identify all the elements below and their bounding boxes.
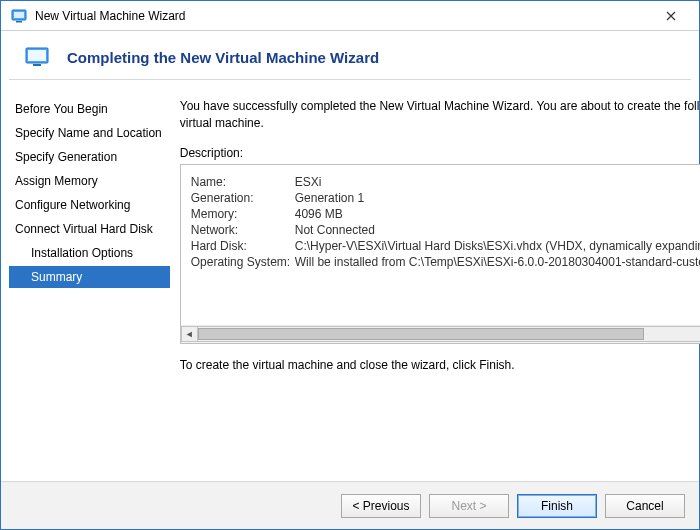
scroll-track[interactable] [198,326,700,342]
summary-box: Name:ESXiGeneration:Generation 1Memory:4… [180,164,700,344]
sidebar-step-0[interactable]: Before You Begin [9,98,170,120]
summary-value: Generation 1 [295,191,700,205]
close-button[interactable] [649,2,693,30]
sidebar-step-6[interactable]: Installation Options [9,242,170,264]
summary-key: Hard Disk: [191,239,295,253]
summary-row: Generation:Generation 1 [191,191,700,205]
next-button[interactable]: Next > [429,494,509,518]
intro-text: You have successfully completed the New … [180,98,700,132]
finish-note: To create the virtual machine and close … [180,358,700,372]
summary-key: Memory: [191,207,295,221]
wizard-icon [25,45,49,69]
finish-button[interactable]: Finish [517,494,597,518]
summary-row: Operating System:Will be installed from … [191,255,700,269]
previous-button[interactable]: < Previous [341,494,421,518]
summary-row: Name:ESXi [191,175,700,189]
wizard-window: New Virtual Machine Wizard Completing th… [0,0,700,530]
summary-value: Will be installed from C:\Temp\ESXi\ESXi… [295,255,700,269]
svg-rect-1 [14,12,24,18]
summary-row: Network:Not Connected [191,223,700,237]
scroll-thumb[interactable] [198,328,645,340]
summary-key: Network: [191,223,295,237]
summary-value: Not Connected [295,223,700,237]
summary-value: C:\Hyper-V\ESXi\Virtual Hard Disks\ESXi.… [295,239,700,253]
summary-key: Operating System: [191,255,295,269]
titlebar: New Virtual Machine Wizard [1,1,699,31]
summary-grid: Name:ESXiGeneration:Generation 1Memory:4… [181,175,700,271]
svg-rect-2 [16,21,22,23]
page-title: Completing the New Virtual Machine Wizar… [67,49,379,66]
description-label: Description: [180,146,700,160]
summary-key: Generation: [191,191,295,205]
sidebar-step-1[interactable]: Specify Name and Location [9,122,170,144]
wizard-main: You have successfully completed the New … [170,86,700,481]
summary-row: Hard Disk:C:\Hyper-V\ESXi\Virtual Hard D… [191,239,700,253]
summary-value: 4096 MB [295,207,700,221]
horizontal-scrollbar[interactable]: ◄ ► [181,325,700,343]
cancel-button[interactable]: Cancel [605,494,685,518]
wizard-steps-sidebar: Before You BeginSpecify Name and Locatio… [9,86,170,481]
sidebar-step-5[interactable]: Connect Virtual Hard Disk [9,218,170,240]
svg-rect-5 [33,64,41,66]
wizard-footer: < Previous Next > Finish Cancel [1,481,699,529]
sidebar-step-4[interactable]: Configure Networking [9,194,170,216]
app-icon [11,8,27,24]
wizard-body: Before You BeginSpecify Name and Locatio… [1,80,699,481]
wizard-header: Completing the New Virtual Machine Wizar… [1,31,699,79]
summary-key: Name: [191,175,295,189]
sidebar-step-3[interactable]: Assign Memory [9,170,170,192]
sidebar-step-2[interactable]: Specify Generation [9,146,170,168]
summary-value: ESXi [295,175,700,189]
svg-rect-4 [28,50,46,61]
sidebar-step-7[interactable]: Summary [9,266,170,288]
scroll-left-arrow[interactable]: ◄ [181,326,198,342]
window-title: New Virtual Machine Wizard [35,9,649,23]
summary-row: Memory:4096 MB [191,207,700,221]
